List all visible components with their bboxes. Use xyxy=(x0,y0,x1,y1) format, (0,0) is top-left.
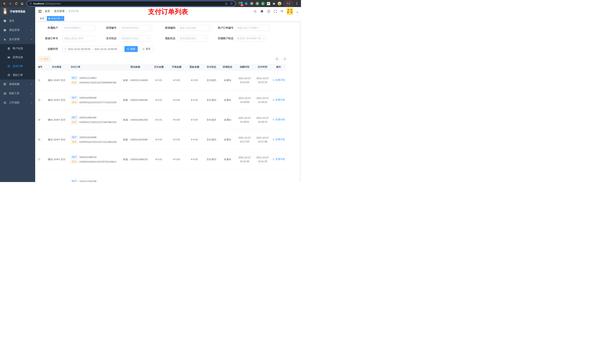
browser-reload-icon[interactable] xyxy=(13,1,19,6)
table-cell: 未通知 xyxy=(220,70,236,90)
order-number: 1635311823086 xyxy=(79,136,97,139)
bookmark-star-icon[interactable] xyxy=(230,2,233,5)
view-detail-label: 查看详情 xyxy=(275,157,285,161)
filter-channel-code-label: 渠道编码 xyxy=(152,26,178,30)
chevron-down-icon xyxy=(31,83,32,85)
fullscreen-icon[interactable] xyxy=(274,10,277,13)
y-extension-icon[interactable]: y xyxy=(261,1,265,6)
table-cell: 2021-10-2713:22:15 xyxy=(254,70,271,90)
filter-app-no-select[interactable]: 请选择应用信息 xyxy=(120,25,152,31)
browser-update-button[interactable]: 更新 xyxy=(284,1,293,6)
avatar-caret-icon[interactable] xyxy=(297,12,298,13)
record-extension-icon[interactable] xyxy=(255,1,259,6)
blue-diamond-extension-icon[interactable]: 10 xyxy=(238,1,243,6)
filter-channel-code-select[interactable]: 请输入渠道编码 xyxy=(178,25,212,31)
sidebar-item-label: 基础设施 xyxy=(9,83,28,86)
table-cell: 未通知 xyxy=(220,110,236,130)
emoji-profile-icon[interactable] xyxy=(277,1,282,6)
font-size-icon[interactable]: TT xyxy=(280,10,283,13)
sidebar-item-system[interactable]: 系统管理 xyxy=(0,26,35,35)
balloon-extension-icon[interactable] xyxy=(244,1,248,6)
app-logo-image xyxy=(2,8,8,16)
column-header: 编号 xyxy=(38,64,44,70)
sidebar-item-infrastructure[interactable]: 基础设施 xyxy=(0,80,35,89)
header-search-icon[interactable] xyxy=(254,10,257,13)
order-id: 18 xyxy=(38,138,40,141)
sidebar-item-app-info[interactable]: 应用信息 xyxy=(0,53,35,62)
app-logo-row[interactable]: 芋道管理系统 xyxy=(0,7,35,16)
view-detail-link[interactable]: 查看详情 xyxy=(272,138,285,141)
chat-extension-icon[interactable] xyxy=(266,1,271,6)
browser-forward-icon[interactable] xyxy=(7,1,13,6)
table-cell xyxy=(271,169,286,182)
view-detail-label: 查看详情 xyxy=(275,138,285,141)
sidebar-item-home[interactable]: 首页 xyxy=(0,16,35,26)
puzzle-extension-icon[interactable] xyxy=(272,1,276,6)
filter-pay-status-select[interactable]: 请选择支付状态 xyxy=(120,35,151,42)
browser-menu-icon[interactable]: ••• xyxy=(294,1,300,6)
address-bar[interactable]: localhost:1024/pay/order xyxy=(27,1,235,6)
table-cell: 2021-10-2713:22:05 xyxy=(236,70,254,90)
table-cell: 商户1635311823086支付42000011672021102710224… xyxy=(69,130,121,149)
table-cell: 21 xyxy=(38,70,44,90)
order-no-line: 支付4200001167202110271022491439 xyxy=(71,140,121,144)
toggle-search-button[interactable] xyxy=(275,56,280,62)
info-icon[interactable] xyxy=(29,2,32,5)
tab-pay-order[interactable]: 支付订单 × xyxy=(47,16,64,21)
filter-notify-status-select[interactable]: 请选择订单回调商户状态 xyxy=(235,35,266,42)
browser-home-icon[interactable] xyxy=(19,1,25,6)
table-cell: 2021-10-2713:17:08 xyxy=(254,130,271,149)
placeholder-text: 请选择支付状态 xyxy=(122,37,146,40)
sidebar-item-merchant-info[interactable]: 商户信息 xyxy=(0,44,35,53)
placeholder-text: 请选择应用信息 xyxy=(122,26,147,30)
filter-merchant-order-no-input[interactable]: 请输入商户订单编号 xyxy=(235,25,269,31)
sidebar-fold-icon[interactable] xyxy=(38,10,42,13)
user-avatar[interactable] xyxy=(287,8,293,15)
view-detail-label: 查看详情 xyxy=(275,118,285,121)
table-cell: ¥ 0.01 xyxy=(150,149,168,169)
sidebar-item-dev-tools[interactable]: 研发工具 xyxy=(0,89,35,98)
sidebar-item-refund-order[interactable]: 退款订单 xyxy=(0,71,35,80)
sidebar-item-pay-order[interactable]: ¥支付订单 xyxy=(0,62,35,71)
table-cell: 支付成功 xyxy=(203,90,220,110)
sidebar-item-label: 支付订单 xyxy=(13,64,35,68)
order-number: 1635311881440 xyxy=(79,116,97,119)
sidebar-item-label: 系统管理 xyxy=(9,29,28,32)
table-cell xyxy=(44,169,69,182)
help-icon[interactable]: ? xyxy=(267,10,270,13)
tab-close-icon[interactable]: × xyxy=(61,17,63,20)
filter-refund-status-select[interactable]: 请选择退款状态 xyxy=(178,35,208,42)
table-cell: 商户1635311468233支付42000011942021102767521… xyxy=(69,149,121,169)
view-detail-link[interactable]: 查看详情 xyxy=(272,118,285,121)
github-icon[interactable] xyxy=(260,10,264,13)
tab-home[interactable]: 首页 xyxy=(38,16,46,21)
export-button[interactable]: 导出 xyxy=(38,56,50,62)
search-button[interactable]: 搜索 xyxy=(124,46,138,52)
view-detail-link[interactable]: 查看详情 xyxy=(272,78,285,82)
filter-merchant-input[interactable]: 请选择所属商户 xyxy=(62,25,96,31)
breadcrumb-home[interactable]: 首页 xyxy=(45,10,50,13)
datetime-cell: 2021-10-2713:17:08 xyxy=(254,136,271,144)
clock-icon xyxy=(64,48,67,50)
order-no-line: 支付4200001173202110272847982104 xyxy=(71,120,121,124)
table-cell xyxy=(236,169,254,182)
table-cell: 查看详情 xyxy=(271,130,286,149)
browser-back-icon[interactable] xyxy=(1,1,7,6)
sidebar-item-workflow[interactable]: 工作流程 xyxy=(0,98,35,107)
share-icon[interactable] xyxy=(225,2,228,5)
filter-channel-order-no-input[interactable]: 请输入渠道订单号 xyxy=(62,35,95,42)
view-detail-link[interactable]: 查看详情 xyxy=(272,157,285,161)
view-detail-link[interactable]: 查看详情 xyxy=(272,98,285,102)
chevron-down-icon xyxy=(31,29,32,31)
table-row: 17微信 JSAPI 支付商户1635311468233支付4200001194… xyxy=(38,149,286,169)
table-cell: ¥ 0.00 xyxy=(168,130,185,149)
breadcrumb-pay-management[interactable]: 支付管理 xyxy=(54,10,64,13)
merchant-tag: 商户 xyxy=(71,155,78,159)
create-time-range-input[interactable]: 2021-10-01 00:00:00 - 2021-10-31 23:59:5… xyxy=(62,46,123,52)
refresh-button[interactable] xyxy=(282,56,288,62)
sidebar-item-payment[interactable]: ¥支付管理 xyxy=(0,35,35,44)
merchant-tag: 商户 xyxy=(71,116,78,119)
command-extension-icon[interactable]: ⌘ xyxy=(249,1,254,6)
reset-button[interactable]: 重置 xyxy=(140,46,153,52)
sidebar: 芋道管理系统 首页系统管理¥支付管理商户信息应用信息¥支付订单退款订单基础设施研… xyxy=(0,7,35,182)
